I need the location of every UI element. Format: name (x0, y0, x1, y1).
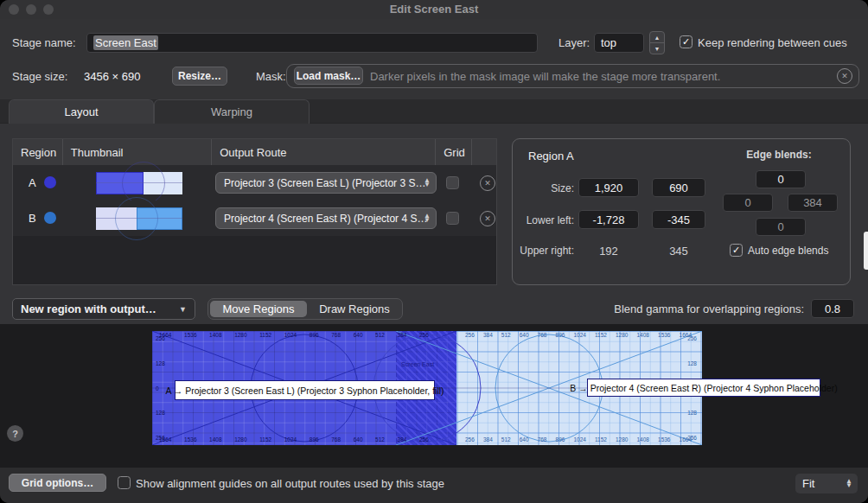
load-mask-button[interactable]: Load mask… (294, 67, 363, 85)
stage-size-label: Stage size: (12, 70, 67, 83)
mask-group: Load mask… Darker pixels in the mask ima… (286, 64, 859, 88)
grid-options-button[interactable]: Grid options… (9, 474, 106, 492)
edge-blend-top-field[interactable]: 0 (756, 170, 806, 188)
stepper-up-icon[interactable]: ▲ (650, 32, 664, 43)
region-b-route-dropdown[interactable]: Projector 4 (Screen East R) (Projector 4… (215, 207, 437, 229)
mask-label: Mask: (256, 70, 286, 83)
upper-right-x-value: 192 (578, 245, 639, 258)
preview-canvas[interactable]: 1664153614081280115210248967686405123842… (152, 331, 702, 445)
check-icon: ✓ (732, 245, 740, 255)
alignment-guides-label: Show alignment guides on all output rout… (136, 477, 444, 490)
col-delete (472, 139, 496, 165)
chevron-down-icon: ▼ (179, 305, 187, 314)
close-icon: ✕ (484, 179, 491, 188)
col-grid: Grid (436, 139, 472, 165)
lower-left-y-field[interactable]: -345 (652, 210, 705, 229)
region-a-inspector: Region A Size: 1,920 690 Lower left: -1,… (512, 138, 851, 285)
auto-edge-blends-label: Auto edge blends (748, 245, 828, 257)
lower-left-label: Lower left: (515, 214, 574, 226)
title-bar: Edit Screen East (0, 0, 868, 19)
chevron-up-down-icon: ▲▼ (424, 214, 431, 222)
region-a-route-tag: A → Projector 3 (Screen East L) (Project… (175, 380, 435, 400)
size-label: Size: (515, 182, 574, 194)
layer-stepper[interactable]: ▲ ▼ (649, 31, 665, 54)
lower-left-x-field[interactable]: -1,728 (578, 210, 639, 229)
chevron-up-down-icon: ▲▼ (424, 179, 431, 187)
close-icon: ✕ (484, 214, 491, 223)
close-icon: ✕ (841, 72, 848, 80)
check-icon: ✓ (682, 37, 690, 47)
zoom-fit-dropdown[interactable]: Fit ▲▼ (795, 474, 858, 493)
edit-stage-dialog: Edit Screen East Stage name: Screen East… (0, 0, 868, 503)
blend-gamma-field[interactable]: 0.8 (811, 299, 854, 318)
stage-name-value: Screen East (93, 35, 158, 50)
help-button[interactable]: ? (7, 425, 23, 442)
keep-rendering-label: Keep rendering between cues (698, 36, 847, 49)
new-region-dropdown[interactable]: New region with output… ▼ (12, 298, 195, 320)
upper-right-y-value: 345 (652, 245, 705, 258)
stage-preview: 1664153614081280115210248967686405123842… (0, 324, 868, 467)
table-row-region-b[interactable]: B Projector 4 (Screen East R) (Projector… (13, 201, 496, 236)
tab-bar: Layout Warping (0, 99, 868, 124)
tab-layout[interactable]: Layout (9, 99, 154, 124)
table-row-region-a[interactable]: A Projector 3 (Screen East L) (Projector… (13, 165, 496, 201)
footer-bar: Grid options… Show alignment guides on a… (0, 467, 868, 503)
layer-input[interactable]: top (594, 33, 644, 53)
region-a-thumbnail (96, 172, 182, 194)
keep-rendering-checkbox[interactable]: ✓ (680, 35, 692, 48)
layout-tab-content: Region Thumbnail Output Route Grid A Pro… (0, 124, 868, 324)
region-b-delete-button[interactable]: ✕ (480, 211, 495, 226)
stage-name-label: Stage name: (12, 36, 76, 49)
upper-right-label: Upper right: (515, 245, 574, 257)
stage-size-value: 3456 × 690 (84, 70, 140, 83)
region-b-thumbnail (96, 207, 182, 230)
stage-settings-header: Stage name: Screen East Layer: top ▲ ▼ ✓… (0, 19, 868, 99)
window-edge-highlight (864, 232, 868, 270)
size-height-field[interactable]: 690 (652, 178, 705, 197)
alignment-guides-checkbox[interactable] (118, 476, 131, 489)
auto-edge-blends-checkbox[interactable]: ✓ (730, 244, 743, 257)
mask-placeholder-text: Darker pixels in the mask image will mak… (370, 70, 720, 83)
region-b-route-tag: B → Projector 4 (Screen East R) (Project… (587, 379, 820, 397)
col-output-route: Output Route (212, 139, 436, 165)
col-thumbnail: Thumbnail (63, 139, 212, 165)
col-region: Region (13, 139, 63, 165)
region-mode-segmented-control: Move Regions Draw Regions (207, 298, 403, 320)
layer-label: Layer: (558, 36, 590, 49)
edge-blend-right-field[interactable]: 384 (788, 194, 838, 212)
edge-blend-bottom-field[interactable]: 0 (756, 218, 806, 236)
edge-blend-left-field[interactable]: 0 (723, 194, 773, 212)
stage-name-input[interactable]: Screen East (86, 33, 538, 53)
help-icon: ? (12, 429, 18, 439)
blend-gamma-label: Blend gamma for overlapping regions: (605, 302, 804, 315)
stage-mini-label: Screen East (401, 361, 434, 367)
stepper-down-icon[interactable]: ▼ (650, 43, 664, 54)
size-width-field[interactable]: 1,920 (578, 178, 639, 197)
regions-table-header: Region Thumbnail Output Route Grid (13, 139, 496, 165)
regions-table: Region Thumbnail Output Route Grid A Pro… (12, 138, 497, 285)
edge-blends-label: Edge blends: (720, 149, 838, 161)
region-a-route-dropdown[interactable]: Projector 3 (Screen East L) (Projector 3… (215, 172, 437, 194)
region-b-letter: B (29, 212, 36, 225)
region-a-letter: A (29, 176, 36, 189)
tab-warping[interactable]: Warping (154, 99, 310, 124)
clear-mask-button[interactable]: ✕ (837, 68, 852, 84)
window-title: Edit Screen East (0, 3, 868, 16)
region-b-grid-checkbox[interactable] (446, 212, 459, 225)
draw-regions-button[interactable]: Draw Regions (309, 301, 400, 317)
region-b-color-dot (44, 212, 56, 224)
region-a-color-dot (44, 176, 56, 188)
move-regions-button[interactable]: Move Regions (210, 301, 307, 317)
region-a-delete-button[interactable]: ✕ (480, 175, 495, 191)
chevron-up-down-icon: ▲▼ (846, 480, 852, 487)
region-a-grid-checkbox[interactable] (446, 176, 459, 189)
resize-button[interactable]: Resize… (172, 67, 227, 86)
region-panel-title: Region A (528, 150, 574, 162)
